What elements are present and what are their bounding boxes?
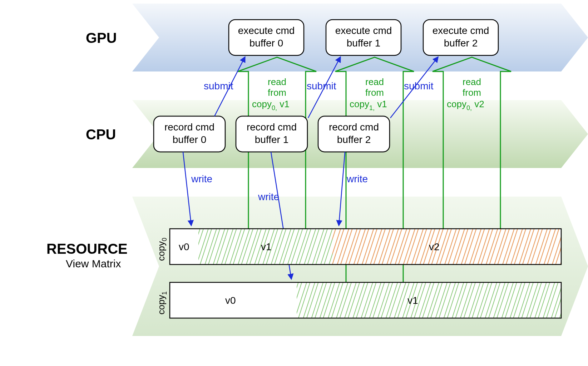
cpu-box-1: record cmd buffer 1 (236, 116, 307, 152)
submit-label-2: submit (404, 80, 434, 92)
gpu-box-0-l1: execute cmd (238, 25, 295, 36)
read2-l2: from (463, 87, 481, 98)
gpu-box-2: execute cmd buffer 2 (423, 20, 498, 55)
resource-label: RESOURCE (46, 241, 128, 257)
cpu-box-2-l2: buffer 2 (337, 134, 371, 145)
submit-label-0: submit (204, 80, 233, 92)
submit-label-1: submit (307, 80, 336, 92)
svg-rect-21 (297, 282, 561, 318)
read0-l2: from (268, 87, 286, 98)
copy1-v1: v1 (407, 295, 418, 306)
resource-sub-label: View Matrix (66, 258, 121, 269)
copy0-v2: v2 (429, 241, 440, 252)
gpu-box-2-l1: execute cmd (433, 25, 489, 36)
cpu-box-0-l2: buffer 0 (173, 134, 206, 145)
read2-l1: read (463, 76, 481, 87)
cpu-box-1-l1: record cmd (247, 122, 297, 133)
svg-rect-18 (332, 229, 561, 264)
write-label-2: write (346, 173, 368, 184)
gpu-box-0: execute cmd buffer 0 (229, 20, 304, 55)
gpu-box-1-l1: execute cmd (335, 25, 392, 36)
copy0-v1: v1 (261, 241, 272, 252)
cpu-box-1-l2: buffer 1 (255, 134, 288, 145)
read0-l1: read (268, 76, 286, 87)
gpu-box-1: execute cmd buffer 1 (326, 20, 401, 55)
copy1-v0: v0 (225, 295, 236, 306)
copy0-row: v0 v1 v2 copy0 (156, 229, 561, 264)
write-label-1: write (258, 191, 279, 202)
read1-l1: read (365, 76, 384, 87)
copy0-v0: v0 (179, 241, 189, 252)
cpu-label: CPU (86, 127, 116, 142)
cpu-box-0-l1: record cmd (164, 122, 214, 133)
gpu-label: GPU (86, 30, 117, 46)
gpu-box-2-l2: buffer 2 (444, 38, 478, 49)
write-label-0: write (191, 173, 212, 184)
copy1-row: v0 v1 copy1 (156, 282, 561, 318)
cpu-box-2-l1: record cmd (329, 122, 379, 133)
cpu-box-0: record cmd buffer 0 (154, 116, 225, 152)
read1-l2: from (365, 87, 384, 98)
gpu-box-1-l2: buffer 1 (347, 38, 380, 49)
gpu-box-0-l2: buffer 0 (249, 38, 283, 49)
cpu-box-2: record cmd buffer 2 (318, 116, 390, 152)
